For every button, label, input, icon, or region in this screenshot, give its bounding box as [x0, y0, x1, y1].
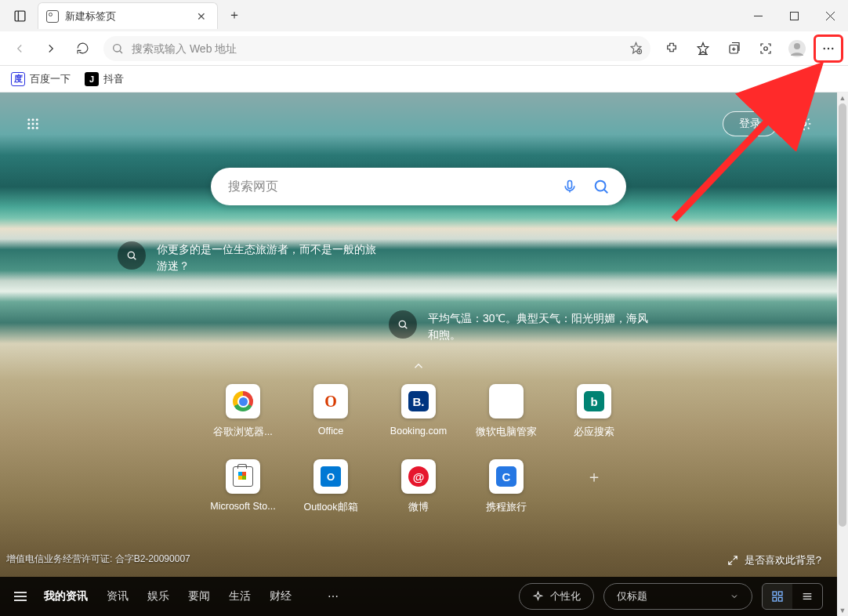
feed-nav: 我的资讯资讯娱乐要闻生活财经	[44, 589, 310, 603]
reload-button[interactable]	[67, 34, 97, 63]
login-button[interactable]: 登录	[723, 111, 777, 136]
new-tab-button[interactable]: ＋	[223, 3, 246, 27]
quick-link-tile[interactable]: C携程旅行	[463, 459, 549, 514]
add-tile-button[interactable]: ＋	[551, 459, 637, 514]
quick-link-tile[interactable]: 微软电脑管家	[463, 384, 549, 439]
svg-rect-41	[778, 597, 782, 601]
svg-point-30	[803, 122, 806, 126]
tile-icon	[313, 459, 348, 494]
quick-link-tile[interactable]: Microsoft Sto...	[200, 459, 286, 514]
favorite-star-icon[interactable]	[629, 42, 643, 55]
tab-favicon-icon	[46, 10, 59, 23]
bookmark-icon: 度	[11, 72, 25, 86]
profile-button[interactable]	[782, 34, 812, 63]
tab-title: 新建标签页	[65, 9, 116, 24]
extensions-button[interactable]	[657, 34, 687, 63]
feed-menu-button[interactable]	[14, 592, 27, 601]
tile-icon: B.	[401, 384, 436, 419]
quick-link-tile[interactable]: b必应搜索	[551, 384, 637, 439]
license-text: 增值电信业务经营许可证: 合字B2-20090007	[6, 553, 190, 566]
personalize-button[interactable]: 个性化	[519, 583, 594, 610]
tile-label: 谷歌浏览器...	[213, 426, 272, 439]
tile-label: 微软电脑管家	[476, 426, 537, 439]
plus-icon: ＋	[577, 459, 611, 494]
svg-point-25	[32, 123, 34, 125]
titlebar-left: 新建标签页 ✕ ＋	[6, 0, 246, 31]
feed-nav-item[interactable]: 财经	[270, 589, 292, 602]
svg-point-19	[828, 47, 829, 49]
tile-icon	[489, 384, 524, 419]
page-settings-button[interactable]	[790, 110, 818, 138]
quick-link-tile[interactable]: 谷歌浏览器...	[200, 384, 286, 439]
info-bubble-1[interactable]: 你更多的是一位生态旅游者，而不是一般的旅游迷？	[118, 241, 376, 274]
svg-rect-31	[568, 181, 572, 189]
svg-line-37	[404, 326, 407, 328]
bookmark-label: 百度一下	[30, 72, 71, 86]
svg-point-29	[36, 127, 38, 129]
more-menu-button[interactable]	[814, 34, 843, 63]
bookmarks-bar: 度百度一下J抖音	[0, 66, 848, 92]
svg-point-32	[596, 181, 606, 191]
vertical-scrollbar[interactable]: ▲ ▼	[837, 92, 848, 616]
ntp-search-input[interactable]	[228, 179, 554, 194]
screenshot-button[interactable]	[751, 34, 781, 63]
vertical-tabs-button[interactable]	[6, 2, 33, 29]
tile-label: 携程旅行	[486, 501, 527, 514]
view-toggle	[762, 583, 823, 610]
feed-nav-item[interactable]: 我的资讯	[44, 589, 88, 602]
grid-view-button[interactable]	[763, 584, 792, 609]
bookmark-item[interactable]: J抖音	[85, 72, 124, 86]
back-button[interactable]	[5, 34, 34, 63]
quick-link-tile[interactable]: OOffice	[288, 384, 374, 439]
svg-point-27	[27, 127, 30, 129]
quick-link-tile[interactable]: Outlook邮箱	[288, 459, 374, 514]
feed-nav-item[interactable]: 生活	[229, 589, 251, 602]
svg-point-23	[36, 118, 38, 121]
layout-select[interactable]: 仅标题	[603, 583, 752, 610]
tab-close-button[interactable]: ✕	[194, 9, 209, 24]
feed-nav-item[interactable]: 资讯	[107, 589, 129, 602]
new-tab-page: 登录 你更多的是一位生态旅游者，而不是一般的旅游迷？ 平均气温：30℃。典型天气…	[0, 92, 837, 616]
favorites-button[interactable]	[688, 34, 718, 63]
tab-active[interactable]: 新建标签页 ✕	[38, 2, 218, 29]
scroll-up-icon[interactable]: ▲	[837, 92, 848, 103]
address-box[interactable]	[103, 36, 650, 61]
svg-rect-39	[778, 592, 782, 596]
login-label: 登录	[739, 117, 761, 131]
list-view-button[interactable]	[792, 584, 822, 609]
quick-link-tile[interactable]: @微博	[375, 459, 462, 514]
scrollbar-thumb[interactable]	[839, 103, 846, 527]
feed-more-button[interactable]: ⋯	[328, 590, 340, 603]
tile-label: Booking.com	[390, 426, 447, 437]
bookmark-item[interactable]: 度百度一下	[11, 72, 71, 86]
minimize-button[interactable]	[740, 0, 776, 31]
expand-icon	[727, 555, 738, 566]
quick-links-grid: 谷歌浏览器...OOfficeB.Booking.com微软电脑管家b必应搜索M…	[199, 384, 638, 514]
maximize-button[interactable]	[776, 0, 812, 31]
tile-icon: b	[577, 384, 611, 419]
svg-rect-3	[790, 12, 798, 20]
scroll-down-icon[interactable]: ▼	[837, 605, 848, 616]
apps-grid-button[interactable]	[19, 110, 47, 138]
search-submit-button[interactable]	[585, 171, 617, 202]
close-window-button[interactable]	[812, 0, 848, 31]
quick-link-tile[interactable]: B.Booking.com	[375, 384, 462, 439]
svg-point-20	[832, 47, 833, 49]
svg-point-21	[27, 118, 30, 121]
feed-nav-item[interactable]: 娱乐	[147, 589, 169, 602]
svg-line-33	[604, 190, 608, 194]
tile-label: Microsoft Sto...	[210, 501, 275, 512]
like-background-label: 是否喜欢此背景?	[745, 553, 821, 567]
collections-button[interactable]	[719, 34, 749, 63]
voice-search-button[interactable]	[554, 171, 585, 202]
info-bubble-text: 平均气温：30℃。典型天气：阳光明媚，海风和煦。	[428, 310, 655, 343]
forward-button[interactable]	[36, 34, 66, 63]
address-input[interactable]	[132, 42, 622, 55]
svg-point-18	[824, 47, 825, 49]
personalize-label: 个性化	[550, 589, 581, 603]
feed-nav-item[interactable]: 要闻	[188, 589, 210, 602]
ntp-search-box[interactable]	[211, 168, 626, 205]
info-bubble-2[interactable]: 平均气温：30℃。典型天气：阳光明媚，海风和煦。	[389, 310, 655, 343]
like-background-button[interactable]: 是否喜欢此背景?	[727, 553, 821, 567]
collapse-tiles-button[interactable]	[411, 359, 426, 376]
